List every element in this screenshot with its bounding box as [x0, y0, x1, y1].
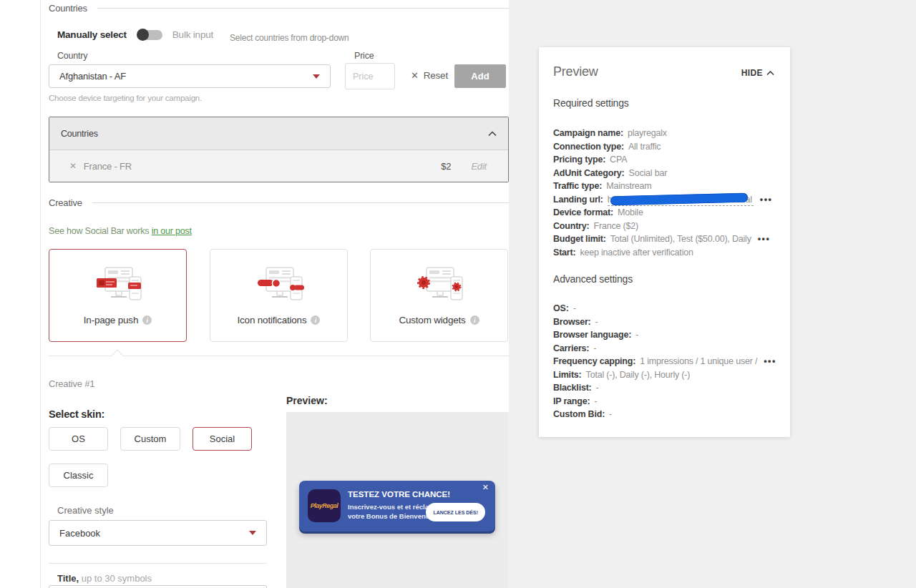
setting-row: Blacklist:-: [553, 381, 776, 395]
setting-row: Budget limit:Total (Unlimited), Test ($5…: [553, 232, 772, 246]
bulk-input-label: Bulk input: [172, 29, 213, 40]
country-row-price: $2: [441, 161, 451, 172]
countries-accordion-title: Countries: [61, 129, 98, 139]
setting-row: OS:-: [553, 302, 776, 315]
creative-preview-area: ✕ PlayRegal TESTEZ VOTRE CHANCE! Inscriv…: [286, 412, 509, 588]
country-row-name: France - FR: [84, 161, 132, 172]
setting-row: Campaign name:playregalx: [553, 127, 772, 140]
setting-row: Start:keep inactive after verification: [553, 246, 772, 260]
setting-row: Limits:Total (-), Daily (-), Hourly (-): [553, 368, 776, 382]
custom-widgets-illustration-icon: [412, 265, 467, 308]
country-row-france: ✕ France - FR $2 Edit: [49, 150, 508, 182]
style-divider-line: [49, 563, 267, 564]
card-label-row: Custom widgets i: [399, 315, 479, 325]
countries-accordion: Countries ✕ France - FR $2 Edit: [49, 117, 509, 182]
bulk-input-toggle[interactable]: [138, 30, 162, 40]
ellipsis-button[interactable]: •••: [764, 355, 776, 368]
ad-title: TESTEZ VOTRE CHANCE!: [348, 490, 450, 499]
required-settings-title: Required settings: [553, 97, 629, 109]
ellipsis-button[interactable]: •••: [758, 232, 771, 246]
chevron-up-icon: [766, 71, 774, 76]
campaign-builder-page: Countries Manually select Bulk input Sel…: [0, 0, 916, 588]
card-icon-notifications[interactable]: Icon notifications i: [210, 249, 348, 342]
card-in-page-push[interactable]: In-page push i: [49, 249, 187, 342]
title-field-label-row: Title, up to 30 symbols: [57, 573, 152, 584]
chevron-down-icon: [249, 531, 256, 535]
remove-country-icon[interactable]: ✕: [69, 161, 77, 171]
title-field-label: Title,: [57, 573, 79, 584]
setting-row: Traffic type:Mainstream: [553, 180, 772, 193]
price-field-label: Price: [354, 51, 374, 61]
creative-style-label: Creative style: [57, 505, 114, 516]
info-icon[interactable]: i: [470, 315, 479, 325]
setting-row: Country:France ($2): [553, 220, 772, 233]
edit-country-link[interactable]: Edit: [471, 161, 487, 172]
social-bar-info-text: See how Social Bar works: [49, 226, 149, 236]
dropdown-hint: Select countries from drop-down: [230, 33, 349, 43]
manually-select-label: Manually select: [57, 29, 127, 40]
card-label: Custom widgets: [399, 315, 465, 325]
required-settings-list: Campaign name:playregalx Connection type…: [553, 127, 772, 259]
creative-section-title: Creative: [49, 197, 82, 208]
card-label-row: Icon notifications i: [238, 315, 321, 325]
creative-style-select[interactable]: Facebook: [49, 520, 267, 546]
content-left-border: [40, 0, 41, 588]
ad-app-icon: PlayRegal: [308, 489, 341, 522]
setting-row: IP range:-: [553, 395, 776, 408]
country-select-value: Afghanistan - AF: [59, 71, 126, 82]
section-divider-line: [97, 8, 509, 9]
setting-row: AdUnit Category:Social bar: [553, 167, 772, 180]
countries-section-title: Countries: [49, 3, 87, 14]
select-skin-label: Select skin:: [49, 408, 104, 420]
setting-row: Custom Bid:-: [553, 408, 776, 421]
country-select[interactable]: Afghanistan - AF: [49, 64, 331, 88]
setting-row-landing-url: Landing url: http bal •••: [553, 193, 772, 207]
setting-row: Browser language:-: [553, 328, 776, 342]
ad-cta-button: LANCEZ LES DÉS!: [426, 503, 485, 521]
chevron-up-icon: [488, 131, 497, 137]
add-country-button[interactable]: Add: [454, 64, 506, 88]
in-our-post-link[interactable]: in our post: [152, 226, 192, 236]
creative-number: Creative #1: [49, 378, 94, 389]
chevron-down-icon: [313, 74, 320, 79]
info-icon[interactable]: i: [142, 315, 152, 325]
hide-panel-button[interactable]: HIDE: [741, 68, 774, 78]
countries-accordion-header[interactable]: Countries: [49, 117, 508, 150]
creative-section-header: Creative: [49, 197, 509, 208]
setting-row: Browser:-: [553, 315, 776, 329]
skin-button-classic[interactable]: Classic: [49, 464, 108, 487]
skin-button-os[interactable]: OS: [49, 427, 108, 451]
country-input-mode-row: Manually select Bulk input: [57, 29, 213, 40]
card-label: In-page push: [84, 315, 138, 325]
ad-close-icon: ✕: [482, 483, 489, 492]
advanced-settings-list: OS:- Browser:- Browser language:- Carrie…: [553, 302, 776, 421]
card-label: Icon notifications: [238, 315, 307, 325]
in-page-push-illustration-icon: [91, 265, 145, 308]
title-field-hint: up to 30 symbols: [82, 573, 152, 584]
ad-app-icon-text: PlayRegal: [311, 502, 338, 509]
preview-panel: Preview HIDE Required settings Campaign …: [539, 47, 790, 437]
reset-button[interactable]: ✕ Reset: [411, 70, 448, 81]
preview-panel-title: Preview: [553, 64, 598, 79]
icon-notifications-illustration-icon: [252, 265, 306, 308]
section-divider-line: [92, 202, 509, 203]
price-input[interactable]: [345, 63, 395, 89]
card-label-row: In-page push i: [84, 315, 152, 325]
setting-row: Carriers:-: [553, 342, 776, 356]
skin-button-social[interactable]: Social: [193, 427, 252, 451]
landing-url-value: http bal: [608, 193, 754, 206]
setting-row: Frequency capping:1 impressions / 1 uniq…: [553, 355, 776, 368]
close-icon: ✕: [411, 70, 419, 81]
title-input[interactable]: [49, 585, 267, 588]
reset-label: Reset: [424, 70, 448, 81]
setting-row: Pricing type:CPA: [553, 153, 772, 167]
advanced-settings-title: Advanced settings: [553, 273, 633, 285]
info-icon[interactable]: i: [311, 315, 320, 325]
redaction-scribble: [610, 192, 748, 205]
ellipsis-button[interactable]: •••: [760, 193, 773, 207]
skin-button-custom[interactable]: Custom: [120, 427, 180, 451]
toggle-knob: [137, 29, 149, 41]
card-custom-widgets[interactable]: Custom widgets i: [370, 249, 508, 342]
setting-row: Connection type:All traffic: [553, 140, 772, 154]
social-bar-info-line: See how Social Bar works in our post: [49, 226, 192, 236]
